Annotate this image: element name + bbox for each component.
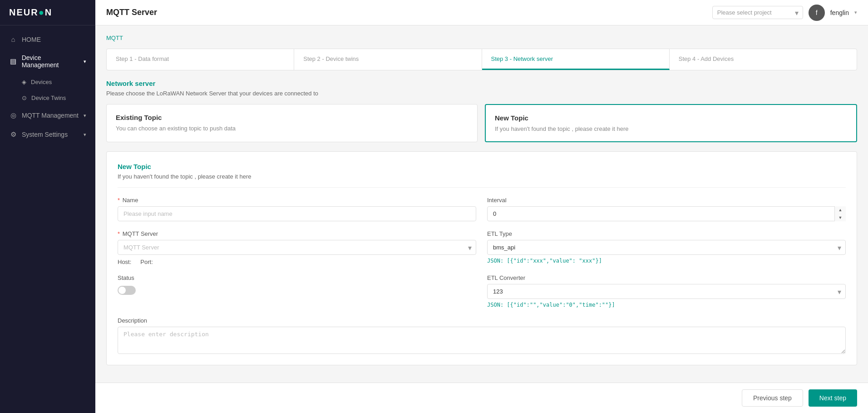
form-row-1: * Name Interval ▲ ▼ [118,197,846,221]
sidebar-item-home-label: HOME [22,36,41,43]
avatar-initial: f [816,9,818,16]
description-label: Description [118,317,846,324]
mqtt-server-label: * MQTT Server [118,230,476,237]
sidebar-item-device-twins[interactable]: ⊙ Device Twins [0,90,95,106]
form-col-description: Description [118,317,846,354]
sidebar-item-settings-label: System Settings [22,131,68,138]
form-row-2: * MQTT Server MQTT Server Host: Port: ET… [118,230,846,265]
form-col-interval: Interval ▲ ▼ [487,197,846,221]
user-name: fenglin [830,9,849,16]
existing-topic-desc: You can choose an existing topic to push… [116,125,468,132]
sidebar-item-system-settings[interactable]: ⚙ System Settings ▾ [0,125,95,144]
sidebar-item-mqtt-label: MQTT Management [22,112,79,119]
device-twins-icon: ⊙ [22,95,27,101]
avatar: f [809,5,825,21]
interval-input-wrapper: ▲ ▼ [487,206,846,221]
sidebar-item-devices-label: Devices [31,79,52,85]
new-topic-card-title: New Topic [495,114,847,122]
form-col-etl-type: ETL Type bms_api JSON: [{"id":"xxx","val… [487,230,846,265]
etl-type-label: ETL Type [487,230,846,237]
new-topic-section: New Topic If you haven't found the topic… [106,151,857,365]
tab-step3[interactable]: Step 3 - Network server [482,49,670,70]
new-topic-section-desc: If you haven't found the topic , please … [118,173,846,188]
logo-dot: ● [39,7,45,17]
tab-step1[interactable]: Step 1 - Data format [107,49,294,70]
description-textarea[interactable] [118,327,846,354]
existing-topic-title: Existing Topic [116,114,468,121]
existing-topic-card[interactable]: Existing Topic You can choose an existin… [106,104,478,142]
interval-input[interactable] [487,206,846,221]
cards-row: Existing Topic You can choose an existin… [106,104,857,142]
name-label: * Name [118,197,476,204]
host-port-row: Host: Port: [118,259,476,265]
chevron-down-icon-settings: ▾ [84,132,86,138]
form-row-3: Status ETL Converter 123 JSON: [{"id":""… [118,274,846,308]
status-label: Status [118,274,476,281]
topbar-right: Please select project f fenglin ▾ [712,5,857,21]
sidebar-item-devices[interactable]: ◈ Devices [0,74,95,90]
port-label: Port: [140,259,153,265]
sidebar-item-home[interactable]: ⌂ HOME [0,30,95,49]
sidebar-item-device-management-label: Device Management [22,54,79,69]
steps-bar: Step 1 - Data format Step 2 - Device twi… [106,49,857,70]
form-col-etl-converter: ETL Converter 123 JSON: [{"id":"","value… [487,274,846,308]
mqtt-server-select[interactable]: MQTT Server [118,240,476,255]
user-chevron-icon: ▾ [854,10,857,15]
topbar: MQTT Server Please select project f feng… [95,0,868,25]
project-select[interactable]: Please select project [712,6,803,19]
sidebar-item-device-twins-label: Device Twins [31,95,66,101]
device-management-icon: ▤ [9,57,17,65]
etl-type-select-wrapper: bms_api [487,240,846,255]
logo: NEUR●N [0,0,95,25]
host-label: Host: [118,259,131,265]
footer: Previous step Next step [95,383,868,413]
content-area: MQTT Step 1 - Data format Step 2 - Devic… [95,25,868,383]
name-input[interactable] [118,206,476,221]
form-col-mqtt-server: * MQTT Server MQTT Server Host: Port: [118,230,476,265]
mqtt-icon: ◎ [9,111,17,119]
etl-converter-label: ETL Converter [487,274,846,281]
home-icon: ⌂ [9,35,17,43]
form-col-name: * Name [118,197,476,221]
breadcrumb: MQTT [106,35,857,41]
sidebar: NEUR●N ⌂ HOME ▤ Device Management ▾ ◈ De… [0,0,95,413]
etl-type-select[interactable]: bms_api [487,240,846,255]
previous-step-button[interactable]: Previous step [742,389,803,407]
interval-down-btn[interactable]: ▼ [835,214,846,222]
chevron-down-icon: ▾ [84,59,86,65]
devices-icon: ◈ [22,79,26,85]
logo-text: NEUR●N [9,7,52,18]
sidebar-item-mqtt-management[interactable]: ◎ MQTT Management ▾ [0,106,95,125]
settings-icon: ⚙ [9,130,17,139]
new-topic-heading: New Topic [118,163,846,170]
new-topic-card[interactable]: New Topic If you haven't found the topic… [485,104,857,142]
etl-type-json-preview: JSON: [{"id":"xxx","value": "xxx"}] [487,258,846,264]
next-step-button[interactable]: Next step [809,389,857,407]
project-select-wrapper: Please select project [712,6,803,19]
etl-converter-select[interactable]: 123 [487,284,846,299]
interval-up-btn[interactable]: ▲ [835,206,846,214]
main-content: MQTT Server Please select project f feng… [95,0,868,413]
interval-label: Interval [487,197,846,204]
network-server-heading: Network server [106,80,857,87]
status-toggle[interactable] [118,286,136,295]
form-col-status: Status [118,274,476,308]
sidebar-nav: ⌂ HOME ▤ Device Management ▾ ◈ Devices ⊙… [0,25,95,413]
page-title: MQTT Server [106,8,157,17]
tab-step2[interactable]: Step 2 - Device twins [294,49,482,70]
etl-converter-select-wrapper: 123 [487,284,846,299]
network-server-desc: Please choose the LoRaWAN Network Server… [106,90,857,97]
sidebar-item-device-management[interactable]: ▤ Device Management ▾ [0,49,95,74]
etl-converter-json-preview: JSON: [{"id":"","value":"0","time":""}] [487,302,846,308]
new-topic-card-desc: If you haven't found the topic , please … [495,125,847,132]
tab-step4[interactable]: Step 4 - Add Devices [670,49,857,70]
chevron-down-icon-mqtt: ▾ [84,113,86,119]
interval-spinners: ▲ ▼ [834,206,846,221]
mqtt-server-select-wrapper: MQTT Server [118,240,476,255]
